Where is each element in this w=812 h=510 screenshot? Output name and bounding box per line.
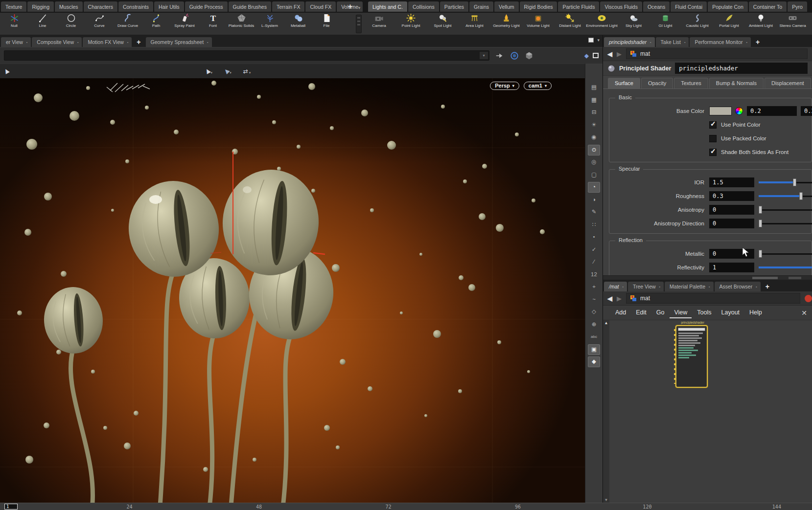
tool-l-system[interactable]: L-System bbox=[255, 13, 284, 35]
tab-marker-icon[interactable]: ▪ bbox=[746, 41, 747, 44]
breadcrumb[interactable]: mat bbox=[626, 48, 808, 59]
tab-marker-icon[interactable]: ▪ bbox=[684, 41, 685, 44]
shelf-tab-fluid-contai[interactable]: Fluid Contai bbox=[671, 1, 707, 12]
camera-button[interactable]: cam1▾ bbox=[524, 82, 552, 90]
check-icon[interactable]: ✓ bbox=[588, 244, 600, 255]
param-value-field[interactable]: 0 bbox=[709, 205, 754, 215]
tool-portal-light[interactable]: Portal Light bbox=[713, 13, 745, 35]
shelf-tab-viscous-fluids[interactable]: Viscous Fluids bbox=[600, 1, 642, 12]
checkbox-unchecked[interactable] bbox=[709, 135, 717, 142]
tab-marker-icon[interactable]: ▪ bbox=[127, 41, 128, 44]
param-slider[interactable] bbox=[759, 263, 812, 272]
menu-go[interactable]: Go bbox=[652, 307, 669, 318]
shelf-tab-muscles[interactable]: Muscles bbox=[55, 1, 83, 12]
viewport-new-tab-button[interactable]: + bbox=[133, 37, 144, 47]
tool-circle[interactable]: Circle bbox=[57, 13, 85, 35]
network-vertical-scrollbar[interactable]: ▲▼ bbox=[603, 320, 609, 503]
tool-line[interactable]: Line bbox=[28, 13, 57, 35]
param-tab-surface[interactable]: Surface bbox=[608, 78, 640, 89]
pane-split-icon[interactable] bbox=[593, 53, 599, 58]
geometry-icon[interactable]: ▦ bbox=[588, 95, 600, 106]
shelf-divider[interactable] bbox=[356, 15, 362, 33]
viewport-tab-composite-view[interactable]: Composite View▪ bbox=[32, 37, 82, 47]
frame-12-label[interactable]: 12 bbox=[588, 269, 600, 280]
viewport-tab-er-view[interactable]: er View▪ bbox=[1, 37, 31, 47]
shelf-tab-vellum[interactable]: Vellum bbox=[494, 1, 519, 12]
shelf-tab-pyro[interactable]: Pyro bbox=[788, 1, 807, 12]
shade-icon[interactable]: ◑ bbox=[588, 195, 600, 205]
shader-name-field[interactable]: principledshader bbox=[675, 63, 808, 74]
menu-add[interactable]: Add bbox=[611, 307, 630, 318]
tab-marker-icon[interactable]: ▪ bbox=[709, 285, 710, 288]
shelf-tab-hair-utils[interactable]: Hair Utils bbox=[154, 1, 184, 12]
tool-ambient-light[interactable]: Ambient Light bbox=[745, 13, 777, 35]
tool-metaball[interactable]: Metaball bbox=[284, 13, 312, 35]
select-tool-icon[interactable]: ▶▾ bbox=[224, 68, 232, 75]
viewport-tab-geometry-spreadsheet[interactable]: Geometry Spreadsheet▪ bbox=[146, 37, 212, 47]
shelf-tab-populate-con[interactable]: Populate Con bbox=[708, 1, 748, 12]
param-tab-bump-normals[interactable]: Bump & Normals bbox=[709, 78, 764, 89]
menu-view[interactable]: View bbox=[670, 307, 692, 318]
shelf-tab-lights-and-c-[interactable]: Lights and C. bbox=[368, 1, 407, 12]
timeline-bar[interactable]: 1 24487296120144 bbox=[0, 503, 812, 510]
shelf-overflow-icon[interactable]: ▾ bbox=[356, 2, 363, 10]
notification-badge[interactable] bbox=[805, 295, 812, 302]
magnify-icon[interactable]: ⊙ bbox=[588, 145, 600, 155]
tool-spray-paint[interactable]: Spray Paint bbox=[170, 13, 199, 35]
shelf-tab-oceans[interactable]: Oceans bbox=[643, 1, 670, 12]
tools-icon[interactable]: ✕ bbox=[801, 309, 807, 317]
slider-handle[interactable] bbox=[793, 178, 796, 186]
back-icon[interactable]: ◀ bbox=[607, 295, 612, 302]
brush-icon[interactable]: ~ bbox=[588, 294, 600, 305]
param-value-field[interactable]: 1.5 bbox=[709, 177, 754, 187]
tool-area-light[interactable]: Area Light bbox=[459, 13, 490, 35]
tool-curve[interactable]: Curve bbox=[85, 13, 114, 35]
param-slider[interactable] bbox=[759, 219, 812, 228]
pin-icon[interactable] bbox=[495, 51, 504, 60]
color-wheel-icon[interactable] bbox=[735, 107, 743, 115]
network-tab-material-palette[interactable]: Material Palette▪ bbox=[665, 282, 713, 291]
color-value-field[interactable]: 0.2 bbox=[801, 106, 812, 116]
shelf-tab-texture[interactable]: Texture bbox=[1, 1, 26, 12]
parameter-tab-principledshader[interactable]: principledshader▪ bbox=[604, 37, 655, 47]
material-icon[interactable]: ◉ bbox=[588, 132, 600, 143]
menu-edit[interactable]: Edit bbox=[631, 307, 651, 318]
shelf-tab-particle-fluids[interactable]: Particle Fluids bbox=[558, 1, 599, 12]
slider-handle[interactable] bbox=[759, 206, 762, 214]
slider-handle[interactable] bbox=[759, 250, 762, 258]
color-value-field[interactable]: 0.2 bbox=[747, 106, 797, 116]
location-icon[interactable]: ◆ bbox=[588, 356, 600, 367]
menu-layout[interactable]: Layout bbox=[717, 307, 744, 318]
tool-path[interactable]: Path bbox=[142, 13, 170, 35]
tab-marker-icon[interactable]: ▪ bbox=[26, 41, 27, 44]
parameter-tab-performance-monitor[interactable]: Performance Monitor▪ bbox=[690, 37, 751, 47]
add-shelf-button[interactable]: + bbox=[345, 1, 355, 10]
tab-marker-icon[interactable]: ▪ bbox=[659, 285, 660, 288]
shelf-tab-container-to[interactable]: Container To bbox=[749, 1, 787, 12]
shelf-tab-cloud-fx[interactable]: Cloud FX bbox=[305, 1, 336, 12]
param-tab-opacity[interactable]: Opacity bbox=[641, 78, 673, 89]
tool-environment-light[interactable]: Environment Light bbox=[586, 13, 618, 35]
menu-help[interactable]: Help bbox=[745, 307, 766, 318]
param-value-field[interactable]: 0 bbox=[709, 219, 754, 228]
tool-draw-curve[interactable]: Draw Curve bbox=[114, 13, 142, 35]
shelf-tab-grains[interactable]: Grains bbox=[469, 1, 493, 12]
tool-file[interactable]: File bbox=[312, 13, 341, 35]
horizontal-scrollbar[interactable] bbox=[603, 275, 812, 280]
eyedropper-icon[interactable]: ∕ bbox=[588, 257, 600, 267]
clip-icon[interactable]: ◇ bbox=[588, 307, 600, 317]
network-tab-asset-browser[interactable]: Asset Browser▪ bbox=[715, 282, 761, 291]
tab-marker-icon[interactable]: ▪ bbox=[622, 285, 623, 288]
target-icon[interactable] bbox=[510, 51, 519, 60]
param-slider[interactable] bbox=[759, 191, 812, 201]
network-tab--mat[interactable]: /mat▪ bbox=[604, 282, 627, 291]
tab-marker-icon[interactable]: ▪ bbox=[77, 41, 78, 44]
network-breadcrumb[interactable]: mat bbox=[626, 293, 800, 304]
param-tab-displacement[interactable]: Displacement bbox=[765, 78, 811, 89]
shelf-tab-collisions[interactable]: Collisions bbox=[408, 1, 439, 12]
color-swatch[interactable] bbox=[709, 107, 732, 115]
tool-stereo-camera[interactable]: Stereo Camera bbox=[777, 13, 809, 35]
param-slider[interactable] bbox=[759, 177, 812, 187]
light-icon[interactable]: ☀ bbox=[588, 120, 600, 131]
viewport-tab-motion-fx-view[interactable]: Motion FX View▪ bbox=[83, 37, 132, 47]
